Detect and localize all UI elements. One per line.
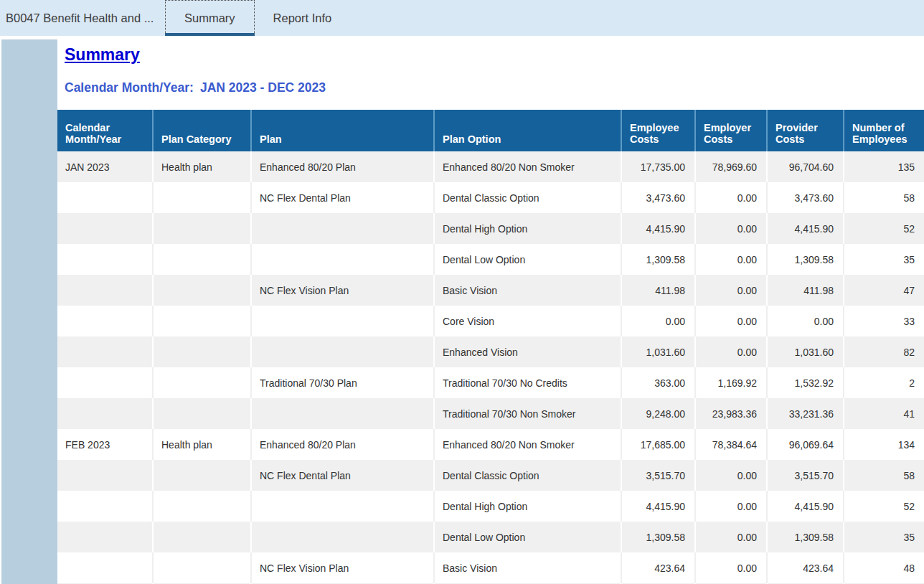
column-header: Provider Costs: [767, 110, 844, 151]
table-cell: 52: [844, 213, 924, 244]
table-cell: Enhanced 80/20 Non Smoker: [434, 429, 621, 460]
table-cell: 3,473.60: [767, 182, 844, 213]
tab-summary[interactable]: Summary: [165, 0, 255, 36]
table-cell: NC Flex Vision Plan: [251, 552, 434, 583]
table-row: NC Flex Vision PlanBasic Vision411.980.0…: [57, 275, 924, 306]
report-title-tab[interactable]: B0047 Benefit Health and ...: [0, 0, 165, 36]
table-row: Enhanced Vision1,031.600.001,031.6082: [57, 336, 924, 367]
table-row: NC Flex Dental PlanDental Classic Option…: [57, 460, 924, 491]
table-cell: 17,735.00: [621, 151, 695, 182]
table-cell: 35: [844, 244, 924, 275]
tab-bar: B0047 Benefit Health and ... Summary Rep…: [0, 0, 924, 36]
table-row: NC Flex Dental PlanDental Classic Option…: [57, 182, 924, 213]
table-cell: [251, 244, 434, 275]
calendar-range-label: Calendar Month/Year:: [65, 80, 194, 95]
table-cell: 1,309.58: [621, 522, 695, 552]
table-cell: 1,031.60: [621, 336, 695, 367]
table-cell: 52: [844, 491, 924, 522]
table-row: Core Vision0.000.000.0033: [57, 306, 924, 336]
table-cell: 423.64: [621, 552, 695, 583]
report-content: Summary Calendar Month/Year:JAN 2023 - D…: [57, 36, 924, 584]
table-cell: 3,515.70: [767, 460, 844, 491]
table-cell: 1,532.92: [767, 367, 844, 398]
summary-title-link[interactable]: Summary: [65, 45, 140, 65]
table-cell: Enhanced 80/20 Plan: [251, 151, 434, 182]
table-cell: [153, 491, 251, 522]
table-cell: 78,969.60: [695, 151, 767, 182]
table-cell: [153, 367, 251, 398]
table-cell: 411.98: [621, 275, 695, 306]
table-cell: 0.00: [695, 306, 767, 336]
table-cell: JAN 2023: [57, 151, 153, 182]
table-cell: 2: [844, 367, 924, 398]
table-cell: [153, 182, 251, 213]
column-header: Calendar Month/Year: [57, 110, 153, 151]
table-row: Dental High Option4,415.900.004,415.9052: [57, 213, 924, 244]
table-cell: Health plan: [153, 151, 251, 182]
table-cell: Enhanced 80/20 Non Smoker: [434, 151, 621, 182]
column-header: Plan Category: [153, 110, 251, 151]
table-cell: 0.00: [695, 522, 767, 552]
table-row: Traditional 70/30 PlanTraditional 70/30 …: [57, 367, 924, 398]
column-header: Plan Option: [434, 110, 621, 151]
table-cell: [251, 306, 434, 336]
summary-table: Calendar Month/YearPlan CategoryPlanPlan…: [57, 110, 924, 584]
table-cell: 4,415.90: [621, 213, 695, 244]
table-cell: [153, 552, 251, 583]
table-cell: 47: [844, 275, 924, 306]
column-header: Employer Costs: [695, 110, 767, 151]
table-cell: 0.00: [695, 213, 767, 244]
table-cell: NC Flex Dental Plan: [251, 182, 434, 213]
table-header: Calendar Month/YearPlan CategoryPlanPlan…: [57, 110, 924, 151]
table-cell: 1,169.92: [695, 367, 767, 398]
table-cell: [153, 460, 251, 491]
table-cell: [153, 398, 251, 429]
table-cell: Dental High Option: [434, 491, 621, 522]
table-cell: [153, 306, 251, 336]
table-row: NC Flex Vision PlanBasic Vision423.640.0…: [57, 552, 924, 583]
table-cell: [251, 491, 434, 522]
table-cell: 23,983.36: [695, 398, 767, 429]
tab-report-info[interactable]: Report Info: [255, 0, 351, 36]
tab-summary-label: Summary: [184, 11, 235, 25]
table-cell: Dental Low Option: [434, 244, 621, 275]
table-cell: [251, 398, 434, 429]
table-row: Dental Low Option1,309.580.001,309.5835: [57, 244, 924, 275]
table-cell: 0.00: [695, 182, 767, 213]
table-cell: Dental Classic Option: [434, 182, 621, 213]
table-cell: 48: [844, 552, 924, 583]
table-cell: [57, 336, 153, 367]
table-cell: [57, 306, 153, 336]
table-cell: 1,031.60: [767, 336, 844, 367]
table-cell: [153, 336, 251, 367]
table-cell: 58: [844, 460, 924, 491]
column-header: Plan: [251, 110, 434, 151]
table-cell: [251, 336, 434, 367]
table-header-row: Calendar Month/YearPlan CategoryPlanPlan…: [57, 110, 924, 151]
column-header: Employee Costs: [621, 110, 695, 151]
left-sidebar-panel: [1, 39, 57, 584]
table-cell: 0.00: [695, 275, 767, 306]
table-cell: 0.00: [621, 306, 695, 336]
table-cell: 363.00: [621, 367, 695, 398]
table-cell: 134: [844, 429, 924, 460]
table-row: Dental Low Option1,309.580.001,309.5835: [57, 522, 924, 552]
table-cell: 78,384.64: [695, 429, 767, 460]
table-cell: [57, 275, 153, 306]
table-cell: Traditional 70/30 Plan: [251, 367, 434, 398]
table-cell: Enhanced Vision: [434, 336, 621, 367]
table-cell: 33,231.36: [767, 398, 844, 429]
table-cell: 3,515.70: [621, 460, 695, 491]
table-cell: [153, 275, 251, 306]
table-cell: 4,415.90: [621, 491, 695, 522]
calendar-range-heading: Calendar Month/Year:JAN 2023 - DEC 2023: [65, 80, 924, 95]
table-cell: Core Vision: [434, 306, 621, 336]
table-cell: 96,069.64: [767, 429, 844, 460]
table-cell: 41: [844, 398, 924, 429]
table-cell: NC Flex Dental Plan: [251, 460, 434, 491]
table-cell: Basic Vision: [434, 275, 621, 306]
table-cell: [57, 182, 153, 213]
table-cell: 4,415.90: [767, 491, 844, 522]
table-cell: 1,309.58: [767, 522, 844, 552]
table-cell: 0.00: [695, 491, 767, 522]
